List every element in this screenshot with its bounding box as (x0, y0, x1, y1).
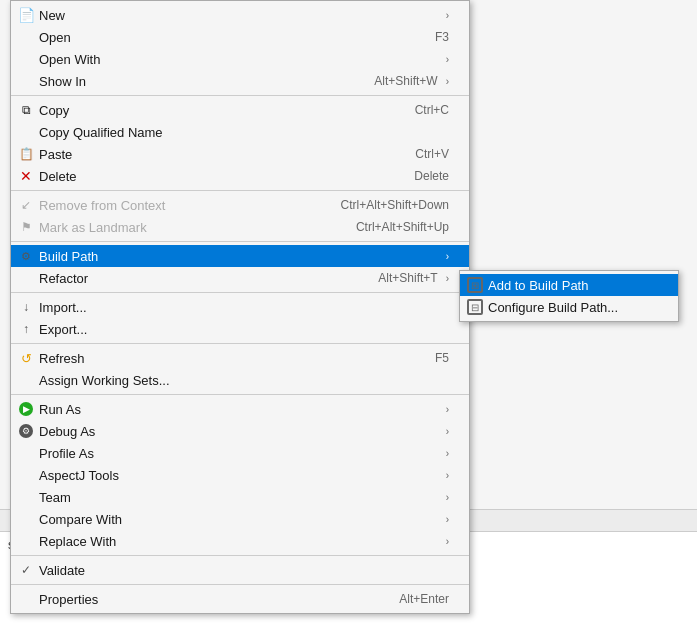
menu-item-open-with[interactable]: Open With› (11, 48, 469, 70)
label-profile-as: Profile As (39, 446, 438, 461)
label-copy: Copy (39, 103, 395, 118)
shortcut-refactor: Alt+Shift+T (378, 271, 437, 285)
menu-item-run-as[interactable]: ▶Run As› (11, 398, 469, 420)
buildpath-icon: ⚙ (17, 247, 35, 265)
remove-icon: ↙ (17, 196, 35, 214)
paste-icon: 📋 (17, 145, 35, 163)
shortcut-refresh: F5 (435, 351, 449, 365)
menu-item-build-path[interactable]: ⚙Build Path› (11, 245, 469, 267)
shortcut-copy: Ctrl+C (415, 103, 449, 117)
label-team: Team (39, 490, 438, 505)
arrow-team: › (446, 492, 449, 503)
shortcut-delete: Delete (414, 169, 449, 183)
label-aspectj: AspectJ Tools (39, 468, 438, 483)
label-debug-as: Debug As (39, 424, 438, 439)
delete-icon: ✕ (17, 167, 35, 185)
menu-item-refresh[interactable]: ↺RefreshF5 (11, 347, 469, 369)
separator-after-assign-working (11, 394, 469, 395)
shortcut-show-in: Alt+Shift+W (374, 74, 437, 88)
import-icon: ↓ (17, 298, 35, 316)
menu-item-assign-working[interactable]: Assign Working Sets... (11, 369, 469, 391)
label-delete: Delete (39, 169, 394, 184)
label-open: Open (39, 30, 415, 45)
arrow-run-as: › (446, 404, 449, 415)
separator-after-export (11, 343, 469, 344)
shortcut-remove-context: Ctrl+Alt+Shift+Down (341, 198, 449, 212)
label-assign-working: Assign Working Sets... (39, 373, 449, 388)
arrow-show-in: › (446, 76, 449, 87)
menu-item-copy[interactable]: ⧉CopyCtrl+C (11, 99, 469, 121)
menu-item-properties[interactable]: PropertiesAlt+Enter (11, 588, 469, 610)
menu-item-show-in[interactable]: Show InAlt+Shift+W› (11, 70, 469, 92)
arrow-aspectj: › (446, 470, 449, 481)
label-run-as: Run As (39, 402, 438, 417)
separator-after-show-in (11, 95, 469, 96)
label-new: New (39, 8, 438, 23)
arrow-refactor: › (446, 273, 449, 284)
menu-item-copy-qualified[interactable]: Copy Qualified Name (11, 121, 469, 143)
label-replace-with: Replace With (39, 534, 438, 549)
shortcut-paste: Ctrl+V (415, 147, 449, 161)
shortcut-mark-landmark: Ctrl+Alt+Shift+Up (356, 220, 449, 234)
label-open-with: Open With (39, 52, 438, 67)
menu-item-import[interactable]: ↓Import... (11, 296, 469, 318)
menu-item-remove-context[interactable]: ↙Remove from ContextCtrl+Alt+Shift+Down (11, 194, 469, 216)
shortcut-properties: Alt+Enter (399, 592, 449, 606)
label-import: Import... (39, 300, 449, 315)
menu-item-validate[interactable]: ✓Validate (11, 559, 469, 581)
menu-item-mark-landmark[interactable]: ⚑Mark as LandmarkCtrl+Alt+Shift+Up (11, 216, 469, 238)
label-compare-with: Compare With (39, 512, 438, 527)
shortcut-open: F3 (435, 30, 449, 44)
submenu-item-configure-build-path[interactable]: ⊟Configure Build Path... (460, 296, 678, 318)
menu-item-debug-as[interactable]: ⚙Debug As› (11, 420, 469, 442)
arrow-replace-with: › (446, 536, 449, 547)
separator-after-delete (11, 190, 469, 191)
separator-after-refactor (11, 292, 469, 293)
menu-item-refactor[interactable]: RefactorAlt+Shift+T› (11, 267, 469, 289)
separator-after-replace-with (11, 555, 469, 556)
buildpath-config-icon: ⊟ (466, 298, 484, 316)
menu-item-team[interactable]: Team› (11, 486, 469, 508)
arrow-build-path: › (446, 251, 449, 262)
runas-icon: ▶ (17, 400, 35, 418)
menu-item-new[interactable]: 📄New› (11, 4, 469, 26)
label-properties: Properties (39, 592, 379, 607)
separator-after-mark-landmark (11, 241, 469, 242)
menu-item-profile-as[interactable]: Profile As› (11, 442, 469, 464)
menu-item-open[interactable]: OpenF3 (11, 26, 469, 48)
validate-icon: ✓ (17, 561, 35, 579)
label-validate: Validate (39, 563, 449, 578)
label-copy-qualified: Copy Qualified Name (39, 125, 449, 140)
arrow-compare-with: › (446, 514, 449, 525)
menu-item-delete[interactable]: ✕DeleteDelete (11, 165, 469, 187)
label-show-in: Show In (39, 74, 354, 89)
menu-item-paste[interactable]: 📋PasteCtrl+V (11, 143, 469, 165)
menu-item-replace-with[interactable]: Replace With› (11, 530, 469, 552)
menu-item-compare-with[interactable]: Compare With› (11, 508, 469, 530)
context-menu: 📄New›OpenF3Open With›Show InAlt+Shift+W›… (10, 0, 470, 614)
label-refactor: Refactor (39, 271, 358, 286)
menu-item-export[interactable]: ↑Export... (11, 318, 469, 340)
arrow-debug-as: › (446, 426, 449, 437)
label-mark-landmark: Mark as Landmark (39, 220, 336, 235)
buildpath-add-icon: ⊞ (466, 276, 484, 294)
sublabel-add-build-path: Add to Build Path (488, 278, 658, 293)
sublabel-configure-build-path: Configure Build Path... (488, 300, 658, 315)
menu-item-aspectj[interactable]: AspectJ Tools› (11, 464, 469, 486)
label-refresh: Refresh (39, 351, 415, 366)
label-paste: Paste (39, 147, 395, 162)
arrow-new: › (446, 10, 449, 21)
export-icon: ↑ (17, 320, 35, 338)
build-path-submenu: ⊞Add to Build Path⊟Configure Build Path.… (459, 270, 679, 322)
separator-after-validate (11, 584, 469, 585)
refresh-icon: ↺ (17, 349, 35, 367)
label-build-path: Build Path (39, 249, 438, 264)
landmark-icon: ⚑ (17, 218, 35, 236)
submenu-item-add-build-path[interactable]: ⊞Add to Build Path (460, 274, 678, 296)
copy-icon: ⧉ (17, 101, 35, 119)
new-icon: 📄 (17, 6, 35, 24)
arrow-open-with: › (446, 54, 449, 65)
label-remove-context: Remove from Context (39, 198, 321, 213)
arrow-profile-as: › (446, 448, 449, 459)
label-export: Export... (39, 322, 449, 337)
